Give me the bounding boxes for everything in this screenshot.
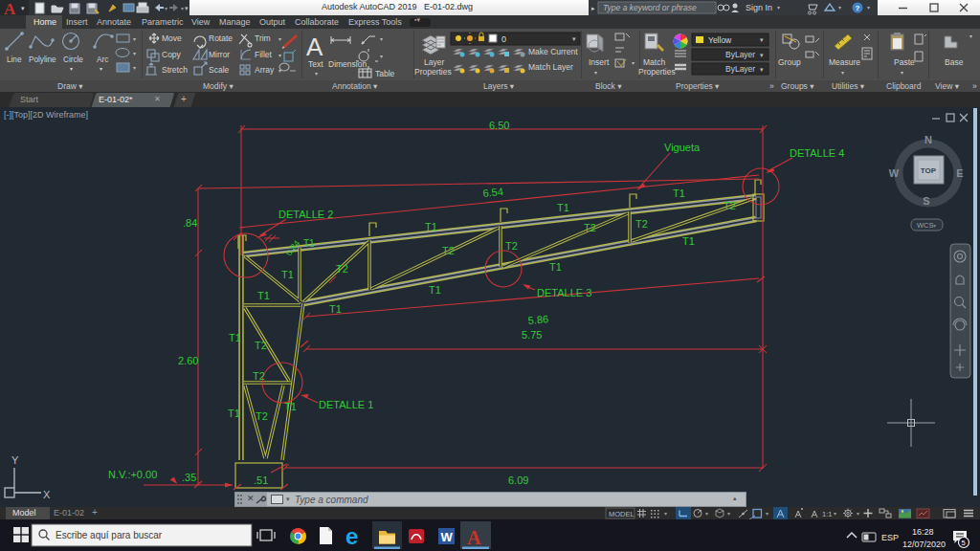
svg-text:Table: Table: [375, 69, 395, 78]
svg-text:▾: ▾: [760, 36, 764, 43]
svg-text:▾: ▾: [133, 36, 136, 42]
svg-text:Base: Base: [945, 57, 964, 67]
svg-text:6.50: 6.50: [489, 120, 509, 131]
svg-text:DETALLE 1: DETALLE 1: [319, 399, 373, 410]
svg-text:▾: ▾: [278, 36, 281, 42]
svg-text:Clipboard: Clipboard: [886, 81, 922, 91]
svg-text:Sign In: Sign In: [746, 3, 772, 12]
svg-text:▾: ▾: [933, 223, 936, 229]
svg-text:Make Current: Make Current: [528, 47, 578, 56]
svg-text:A: A: [467, 527, 481, 548]
svg-text:TOP: TOP: [921, 166, 937, 175]
svg-text:6.09: 6.09: [508, 474, 528, 486]
svg-text:Move: Move: [162, 33, 182, 43]
svg-text:▾: ▾: [777, 5, 780, 11]
svg-text:Group: Group: [778, 57, 801, 67]
svg-text:Block ▾: Block ▾: [595, 81, 622, 91]
svg-text:▾: ▾: [165, 6, 167, 11]
svg-text:T1: T1: [557, 202, 569, 213]
svg-text:Type a keyword or phrase: Type a keyword or phrase: [603, 3, 697, 12]
svg-text:N: N: [924, 134, 932, 145]
svg-text:Yellow: Yellow: [708, 35, 732, 45]
svg-text:Groups ▾: Groups ▾: [781, 81, 814, 91]
svg-text:DETALLE 4: DETALLE 4: [790, 147, 844, 159]
svg-text:T2: T2: [336, 263, 348, 275]
svg-text:T1: T1: [682, 235, 695, 247]
svg-text:T1: T1: [284, 401, 297, 412]
svg-text:▾: ▾: [100, 66, 102, 72]
svg-text:Annotation ▾: Annotation ▾: [332, 81, 378, 91]
svg-text:Line: Line: [7, 55, 22, 64]
svg-text:2.60: 2.60: [178, 355, 198, 366]
svg-text:▾: ▾: [278, 53, 281, 58]
svg-text:T1: T1: [257, 290, 270, 301]
svg-text:5.75: 5.75: [522, 329, 542, 341]
svg-text:View ▾: View ▾: [935, 81, 960, 91]
svg-text:▾: ▾: [133, 51, 136, 56]
svg-text:Utilities ▾: Utilities ▾: [832, 81, 865, 91]
svg-text:T2: T2: [255, 340, 267, 351]
svg-text:ByLayer: ByLayer: [725, 50, 755, 59]
svg-text:E: E: [956, 167, 963, 179]
svg-text:Text: Text: [308, 59, 323, 69]
svg-text:▾: ▾: [901, 70, 903, 76]
svg-text:Copy: Copy: [162, 50, 182, 59]
svg-text:T1: T1: [673, 187, 685, 199]
svg-text:0: 0: [501, 34, 506, 44]
svg-text:ESP: ESP: [881, 533, 899, 542]
svg-text:T2: T2: [253, 370, 265, 382]
svg-text:6.54: 6.54: [482, 186, 504, 199]
svg-text:T2: T2: [256, 410, 268, 422]
svg-text:▾: ▾: [760, 52, 764, 58]
svg-text:Escribe aquí para buscar: Escribe aquí para buscar: [56, 530, 163, 540]
svg-text:▾: ▾: [315, 71, 318, 77]
svg-text:X: X: [43, 489, 51, 500]
svg-text:Draw ▾: Draw ▾: [57, 81, 83, 91]
svg-text:▾: ▾: [727, 511, 730, 517]
svg-text:Stretch: Stretch: [162, 65, 188, 75]
svg-text:▾: ▾: [380, 54, 383, 59]
svg-text:T2: T2: [584, 222, 596, 233]
svg-text:▾: ▾: [185, 5, 189, 11]
svg-text:ByLayer: ByLayer: [725, 64, 755, 74]
svg-text:Mirror: Mirror: [209, 50, 230, 59]
svg-text:Properties: Properties: [414, 67, 452, 77]
svg-text:1:1: 1:1: [822, 510, 832, 518]
svg-text:Trim: Trim: [255, 33, 271, 43]
svg-text:▾: ▾: [766, 511, 768, 517]
svg-text:Match: Match: [643, 57, 665, 67]
svg-text:5.86: 5.86: [527, 313, 548, 326]
svg-text:Match Layer: Match Layer: [528, 62, 573, 72]
svg-text:▾: ▾: [857, 511, 859, 517]
svg-text:T2: T2: [505, 240, 518, 252]
svg-text:▾: ▾: [594, 70, 597, 76]
svg-text:T1: T1: [281, 269, 294, 280]
svg-text:A: A: [4, 0, 16, 15]
svg-text:WCS: WCS: [917, 221, 934, 230]
svg-text:.35: .35: [182, 472, 196, 483]
svg-text:Insert: Insert: [589, 57, 610, 67]
svg-text:?: ?: [856, 4, 860, 12]
svg-text:Y: Y: [11, 454, 19, 466]
svg-text:▾: ▾: [21, 5, 25, 11]
svg-text:.84: .84: [183, 217, 197, 229]
svg-text:▾: ▾: [380, 36, 383, 42]
svg-text:T1: T1: [303, 238, 315, 249]
svg-text:Layers ▾: Layers ▾: [483, 81, 515, 91]
svg-text:▾: ▾: [841, 70, 844, 76]
svg-text:▾: ▾: [70, 66, 73, 72]
svg-text:Properties ▾: Properties ▾: [676, 81, 720, 91]
svg-text:[-][Top][2D Wireframe]: [-][Top][2D Wireframe]: [4, 110, 88, 120]
svg-text:»: »: [769, 81, 774, 91]
svg-text:Circle: Circle: [63, 55, 83, 64]
svg-text:▾: ▾: [664, 511, 667, 517]
svg-text:Measure: Measure: [829, 57, 860, 67]
svg-text:▾: ▾: [969, 33, 972, 39]
svg-text:T1: T1: [549, 261, 562, 273]
svg-text:Properties: Properties: [638, 67, 676, 77]
svg-text:Array: Array: [255, 65, 275, 75]
svg-text:▾: ▾: [572, 35, 576, 42]
svg-text:e: e: [345, 523, 358, 549]
svg-text:DETALLE 3: DETALLE 3: [537, 287, 591, 298]
svg-text:A: A: [306, 33, 323, 61]
